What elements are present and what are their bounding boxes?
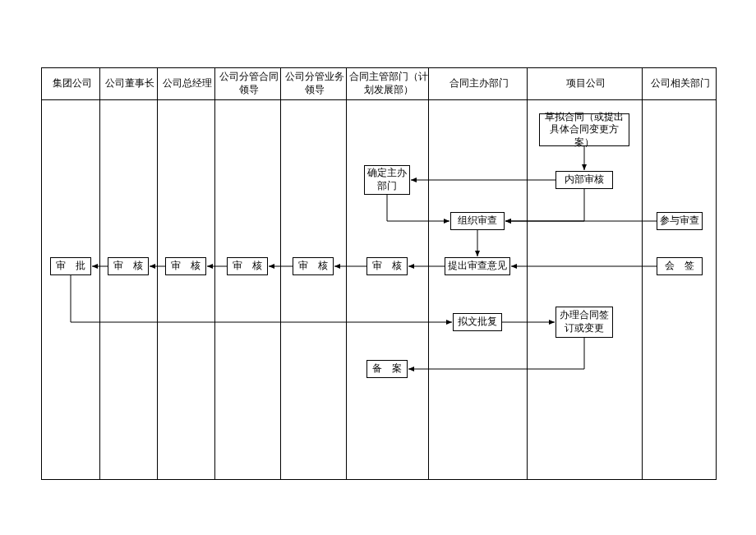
- lane-header: 集团公司: [42, 68, 103, 99]
- swimlane-frame: 集团公司 公司董事长 公司总经理 公司分管合同领导 公司分管业务领导 合同主管部…: [41, 67, 717, 480]
- lane-header: 公司董事长: [99, 68, 160, 99]
- lane-header: 合同主办部门: [428, 68, 530, 99]
- lane-header: 合同主管部门（计划发展部）: [346, 68, 431, 99]
- col-sep: [157, 68, 158, 479]
- node-internal-review: 内部审核: [555, 171, 613, 189]
- node-cosign: 会 签: [657, 257, 703, 275]
- node-review-4: 审 核: [293, 257, 334, 275]
- col-sep: [280, 68, 281, 479]
- node-reply-doc: 拟文批复: [453, 313, 502, 331]
- node-opinion: 提出审查意见: [445, 257, 510, 275]
- node-review-5: 审 核: [366, 257, 408, 275]
- lane-header: 公司分管合同领导: [214, 68, 284, 99]
- diagram-wrapper: 集团公司 公司董事长 公司总经理 公司分管合同领导 公司分管业务领导 合同主管部…: [0, 0, 756, 535]
- node-org-review: 组织审查: [450, 212, 505, 230]
- col-sep: [428, 68, 429, 479]
- col-sep: [346, 68, 347, 479]
- node-review-2: 审 核: [165, 257, 206, 275]
- node-determine-dept: 确定主办部门: [364, 165, 410, 195]
- node-archive: 备 案: [366, 360, 408, 378]
- col-sep: [99, 68, 100, 479]
- lane-header: 公司相关部门: [642, 68, 719, 99]
- lane-header: 公司分管业务领导: [280, 68, 349, 99]
- node-join-review: 参与审查: [657, 212, 703, 230]
- node-draft: 草拟合同（或提出具体合同变更方案）: [539, 113, 629, 146]
- col-sep: [527, 68, 528, 479]
- header-sep: [42, 99, 716, 100]
- lane-header: 公司总经理: [157, 68, 218, 99]
- node-review-1: 审 核: [108, 257, 149, 275]
- node-approve: 审 批: [50, 257, 91, 275]
- col-sep: [214, 68, 215, 479]
- node-review-3: 审 核: [227, 257, 268, 275]
- node-handle: 办理合同签订或变更: [555, 307, 613, 338]
- col-sep: [642, 68, 643, 479]
- lane-header: 项目公司: [527, 68, 645, 99]
